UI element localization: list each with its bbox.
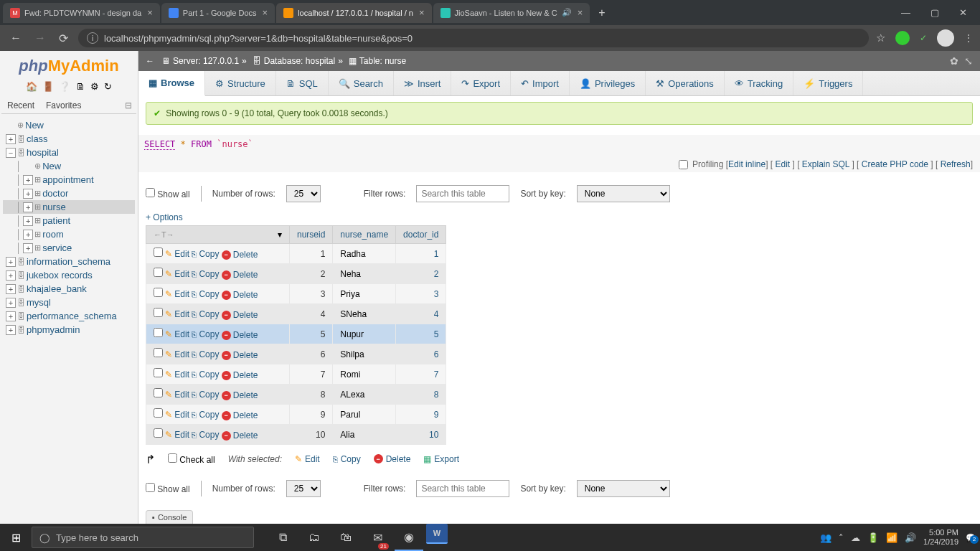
tree-item-nurse[interactable]: │+⊞ nurse — [3, 200, 135, 214]
tab-export[interactable]: ↷Export — [451, 71, 511, 95]
extension-check-icon[interactable]: ✓ — [920, 33, 927, 43]
table-row[interactable]: ✎Edit ⎘Copy −Delete 3 Priya 3 — [146, 284, 446, 304]
delete-row[interactable]: −Delete — [222, 270, 258, 280]
row-checkbox[interactable] — [154, 368, 163, 377]
recent-tab[interactable]: Recent — [1, 98, 40, 113]
menu-icon[interactable]: ⋮ — [964, 33, 973, 43]
tree-item-new[interactable]: │⊕ New — [3, 159, 135, 173]
onedrive-icon[interactable]: ☁ — [851, 532, 860, 543]
row-checkbox[interactable] — [154, 348, 163, 357]
tree-item-class[interactable]: +🗄 class — [3, 132, 135, 146]
table-row[interactable]: ✎Edit ⎘Copy −Delete 10 Alia 10 — [146, 425, 446, 445]
table-row[interactable]: ✎Edit ⎘Copy −Delete 2 Neha 2 — [146, 264, 446, 284]
delete-row[interactable]: −Delete — [222, 310, 258, 320]
close-icon[interactable]: × — [419, 7, 425, 18]
tab-insert[interactable]: ≫Insert — [394, 71, 452, 95]
minimize-button[interactable]: — — [891, 4, 920, 21]
browser-tab-docs[interactable]: Part 1 - Google Docs × — [161, 3, 275, 23]
expand-toggle-icon[interactable]: + — [6, 134, 16, 144]
page-settings-icon[interactable]: ✿ — [950, 55, 958, 67]
bulk-copy[interactable]: ⎘Copy — [333, 454, 361, 464]
edit-row[interactable]: ✎Edit — [165, 410, 189, 420]
delete-row[interactable]: −Delete — [222, 350, 258, 360]
edit-row[interactable]: ✎Edit — [165, 249, 189, 259]
expand-toggle-icon[interactable]: + — [23, 243, 33, 253]
volume-icon[interactable]: 🔊 — [905, 532, 916, 543]
delete-row[interactable]: −Delete — [222, 430, 258, 441]
edit-link[interactable]: Edit — [775, 159, 790, 169]
edit-row[interactable]: ✎Edit — [165, 349, 189, 359]
wifi-icon[interactable]: 📶 — [886, 532, 897, 543]
check-all-checkbox[interactable] — [168, 453, 177, 463]
home-icon[interactable]: 🏠 — [26, 81, 37, 92]
tree-item-patient[interactable]: │+⊞ patient — [3, 214, 135, 227]
forward-button[interactable]: → — [32, 32, 49, 44]
close-icon[interactable]: × — [263, 7, 268, 18]
mail-icon[interactable]: ✉21 — [363, 524, 392, 551]
sql-icon[interactable]: 🗎 — [76, 81, 85, 92]
tab-triggers[interactable]: ⚡Triggers — [793, 71, 863, 95]
maximize-button[interactable]: ▢ — [920, 4, 949, 21]
settings-icon[interactable]: ⚙ — [90, 81, 99, 92]
nav-toggle-icon[interactable]: ← — [146, 56, 154, 66]
filter-input-bottom[interactable] — [416, 480, 509, 497]
expand-toggle-icon[interactable]: + — [6, 270, 16, 281]
extension-icon[interactable] — [895, 31, 910, 45]
tab-search[interactable]: 🔍Search — [329, 71, 394, 95]
people-icon[interactable]: 👥 — [820, 532, 831, 543]
row-checkbox[interactable] — [154, 408, 163, 418]
delete-row[interactable]: −Delete — [222, 250, 258, 260]
new-tab-button[interactable]: + — [591, 6, 612, 19]
close-icon[interactable]: × — [578, 7, 583, 18]
explorer-icon[interactable]: 🗂 — [300, 524, 329, 551]
copy-row[interactable]: ⎘Copy — [192, 329, 219, 339]
delete-row[interactable]: −Delete — [222, 370, 258, 380]
reload-icon[interactable]: ↻ — [104, 81, 112, 92]
tab-browse[interactable]: ▦Browse — [138, 71, 205, 96]
expand-toggle-icon[interactable]: + — [23, 189, 33, 199]
delete-row[interactable]: −Delete — [222, 390, 258, 400]
table-row[interactable]: ✎Edit ⎘Copy −Delete 1 Radha 1 — [146, 244, 446, 264]
profile-avatar[interactable] — [937, 29, 954, 47]
expand-toggle-icon[interactable]: + — [6, 284, 16, 294]
expand-toggle-icon[interactable]: + — [23, 175, 33, 185]
copy-row[interactable]: ⎘Copy — [192, 369, 219, 380]
logout-icon[interactable]: 🚪 — [42, 81, 54, 92]
edit-row[interactable]: ✎Edit — [165, 329, 189, 339]
delete-row[interactable]: −Delete — [222, 290, 258, 300]
col-doctor-id[interactable]: doctor_id — [396, 226, 446, 244]
options-toggle[interactable]: + Options — [146, 209, 973, 225]
tree-item-room[interactable]: │+⊞ room — [3, 227, 135, 241]
expand-toggle-icon[interactable]: + — [6, 325, 16, 335]
delete-row[interactable]: −Delete — [222, 330, 258, 340]
tree-item-mysql[interactable]: +🗄 mysql — [3, 296, 135, 309]
browser-tab-phpmyadmin[interactable]: localhost / 127.0.0.1 / hospital / n × — [276, 3, 431, 23]
clock[interactable]: 5:00 PM 1/24/2019 — [923, 528, 958, 547]
profiling-checkbox[interactable] — [679, 160, 688, 169]
close-icon[interactable]: × — [147, 7, 153, 18]
edit-row[interactable]: ✎Edit — [165, 369, 189, 380]
row-checkbox[interactable] — [154, 248, 163, 257]
tab-privileges[interactable]: 👤Privileges — [570, 71, 646, 95]
copy-row[interactable]: ⎘Copy — [192, 349, 219, 359]
taskbar-search[interactable]: ◯ Type here to search — [32, 527, 254, 548]
copy-row[interactable]: ⎘Copy — [192, 430, 219, 440]
browser-tab-gmail[interactable]: M Fwd: PLDTCWYNMN - design da × — [3, 3, 160, 23]
bc-database[interactable]: Database: hospital — [264, 56, 335, 66]
tree-item-performance_schema[interactable]: +🗄 performance_schema — [3, 309, 135, 323]
copy-row[interactable]: ⎘Copy — [192, 309, 219, 319]
sort-arrows-icon[interactable]: ←T→ — [154, 230, 174, 239]
show-all-checkbox[interactable] — [146, 188, 155, 197]
task-view-button[interactable]: ⧉ — [268, 524, 297, 551]
edit-row[interactable]: ✎Edit — [165, 390, 189, 400]
action-center-icon[interactable]: 💬2 — [966, 533, 976, 542]
table-row[interactable]: ✎Edit ⎘Copy −Delete 6 Shilpa 6 — [146, 344, 446, 364]
tab-tracking[interactable]: 👁Tracking — [725, 71, 793, 95]
tree-item-phpmyadmin[interactable]: +🗄 phpmyadmin — [3, 323, 135, 336]
site-info-icon[interactable]: i — [87, 32, 98, 44]
start-button[interactable]: ⊞ — [0, 524, 32, 551]
expand-toggle-icon[interactable]: + — [6, 257, 16, 267]
edit-inline-link[interactable]: Edit inline — [728, 159, 765, 169]
copy-row[interactable]: ⎘Copy — [192, 390, 219, 400]
row-checkbox[interactable] — [154, 308, 163, 317]
